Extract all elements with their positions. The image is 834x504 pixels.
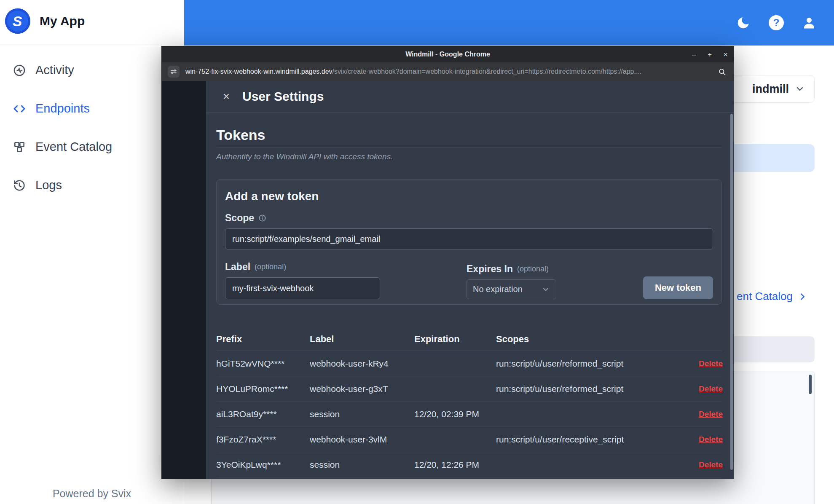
col-header-expiration: Expiration [414, 334, 496, 345]
app-name: My App [40, 14, 85, 28]
user-settings-modal: × User Settings Tokens Authentify to the… [206, 81, 734, 479]
token-label: webhook-user-3vlM [310, 434, 414, 445]
table-row: 3YeOiKpLwq**** session 12/20, 12:26 PM D… [216, 452, 722, 477]
url-path: /svix/create-webhook?domain=webhook-inte… [333, 68, 642, 75]
table-row: aiL3ROat9y**** session 12/20, 02:39 PM D… [216, 402, 722, 427]
tune-icon [170, 68, 177, 75]
col-header-label: Label [310, 334, 414, 345]
expires-optional: (optional) [517, 265, 549, 273]
sidebar-item-endpoints[interactable]: Endpoints [0, 89, 184, 128]
expires-field: Expires In (optional) No expiration [467, 263, 556, 299]
window-controls: – + × [692, 46, 728, 62]
help-icon: ? [769, 15, 784, 30]
code-icon [13, 102, 26, 115]
table-header-row: Prefix Label Expiration Scopes [216, 327, 722, 351]
scope-field: Scope [225, 212, 713, 249]
token-scopes: run:script/u/user/reformed_script [496, 359, 681, 369]
modal-scrollbar[interactable] [730, 114, 733, 470]
account-button[interactable] [801, 15, 817, 31]
label-input[interactable] [225, 277, 380, 299]
token-prefix: HYOLuPRomc**** [216, 384, 310, 394]
magnifier-icon [718, 68, 726, 76]
sidebar-item-label: Endpoints [35, 102, 90, 115]
token-label: session [310, 409, 414, 419]
page-backdrop-strip [162, 81, 206, 479]
event-catalog-link-label: ent Catalog [737, 290, 793, 303]
token-form-row: Label (optional) Expires In (optional) [225, 261, 713, 299]
moon-icon [736, 16, 751, 30]
dark-mode-toggle[interactable] [735, 15, 751, 31]
window-title: Windmill - Google Chrome [162, 51, 734, 58]
delete-token-link[interactable]: Delete [699, 460, 723, 469]
expiration-select[interactable]: No expiration [467, 279, 556, 299]
minimize-button[interactable]: – [692, 51, 696, 58]
table-row: f3FzoZ7raX**** webhook-user-3vlM run:scr… [216, 427, 722, 452]
token-scopes: run:script/u/user/receptive_script [496, 434, 681, 445]
delete-token-link[interactable]: Delete [699, 384, 723, 394]
maximize-button[interactable]: + [708, 51, 712, 58]
token-label: webhook-user-g3xT [310, 384, 414, 394]
info-icon [258, 214, 266, 222]
catalog-icon [13, 140, 26, 154]
panel-scrollbar[interactable] [809, 375, 812, 394]
new-token-button[interactable]: New token [643, 276, 713, 299]
url-domain: win-752-fix-svix-webhook-win.windmill.pa… [185, 68, 333, 75]
modal-title: User Settings [242, 89, 324, 104]
tokens-heading: Tokens [216, 127, 722, 143]
table-row: hGiT52wVNQ**** webhook-user-kRy4 run:scr… [216, 351, 722, 376]
window-titlebar[interactable]: Windmill - Google Chrome – + × [162, 46, 734, 62]
tokens-table: Prefix Label Expiration Scopes hGiT52wVN… [216, 327, 722, 477]
delete-token-link[interactable]: Delete [699, 410, 723, 419]
chevron-down-icon [542, 285, 550, 294]
url-text[interactable]: win-752-fix-svix-webhook-win.windmill.pa… [185, 68, 712, 75]
sidebar-item-event-catalog[interactable]: Event Catalog [0, 128, 184, 166]
table-row: HYOLuPRomc**** webhook-user-g3xT run:scr… [216, 376, 722, 402]
token-label: webhook-user-kRy4 [310, 359, 414, 369]
label-field: Label (optional) [225, 261, 380, 299]
col-header-scopes: Scopes [496, 334, 681, 345]
browser-url-bar[interactable]: win-752-fix-svix-webhook-win.windmill.pa… [162, 62, 734, 81]
sidebar-nav: Activity Endpoints Event Catalog Logs [0, 45, 184, 204]
token-expiration: 12/20, 02:39 PM [414, 409, 496, 419]
environment-name: indmill [752, 83, 789, 96]
sidebar-item-label: Event Catalog [35, 140, 112, 154]
browser-viewport: × User Settings Tokens Authentify to the… [162, 81, 734, 479]
add-token-title: Add a new token [225, 190, 713, 203]
delete-token-link[interactable]: Delete [699, 359, 723, 368]
token-label: session [310, 460, 414, 470]
col-header-prefix: Prefix [216, 334, 310, 345]
portal-topbar: ? [184, 0, 834, 46]
sidebar-item-logs[interactable]: Logs [0, 166, 184, 204]
close-modal-button[interactable]: × [218, 88, 235, 105]
close-window-button[interactable]: × [724, 51, 728, 58]
token-prefix: f3FzoZ7raX**** [216, 434, 310, 445]
user-icon [802, 15, 817, 30]
svix-logo-icon: S [5, 8, 30, 34]
powered-by-svix: Powered by Svix [0, 488, 184, 500]
scope-label: Scope [225, 212, 254, 224]
brand: S My App [0, 0, 184, 42]
sidebar-item-label: Activity [35, 63, 74, 77]
chevron-down-icon [795, 84, 805, 94]
site-settings-button[interactable] [168, 66, 180, 78]
expires-label: Expires In [467, 263, 513, 275]
sidebar-item-activity[interactable]: Activity [0, 51, 184, 89]
activity-icon [13, 64, 26, 77]
chevron-right-icon [798, 292, 807, 301]
token-prefix: hGiT52wVNQ**** [216, 359, 310, 369]
sidebar-item-label: Logs [35, 178, 62, 192]
modal-header: × User Settings [206, 81, 734, 113]
tokens-subheading: Authentify to the Windmill API with acce… [216, 152, 722, 161]
delete-token-link[interactable]: Delete [699, 435, 723, 444]
token-prefix: 3YeOiKpLwq**** [216, 460, 310, 470]
zoom-button[interactable] [718, 68, 726, 76]
help-button[interactable]: ? [768, 15, 784, 31]
event-catalog-link[interactable]: ent Catalog [737, 290, 807, 303]
token-scopes: run:script/u/user/reformed_script [496, 384, 681, 394]
token-expiration: 12/20, 12:26 PM [414, 460, 496, 470]
token-prefix: aiL3ROat9y**** [216, 409, 310, 419]
label-label: Label [225, 261, 250, 273]
portal-sidebar: S My App Activity Endpoints Event Catalo… [0, 0, 184, 504]
label-optional: (optional) [255, 263, 286, 271]
scope-input[interactable] [225, 228, 713, 249]
